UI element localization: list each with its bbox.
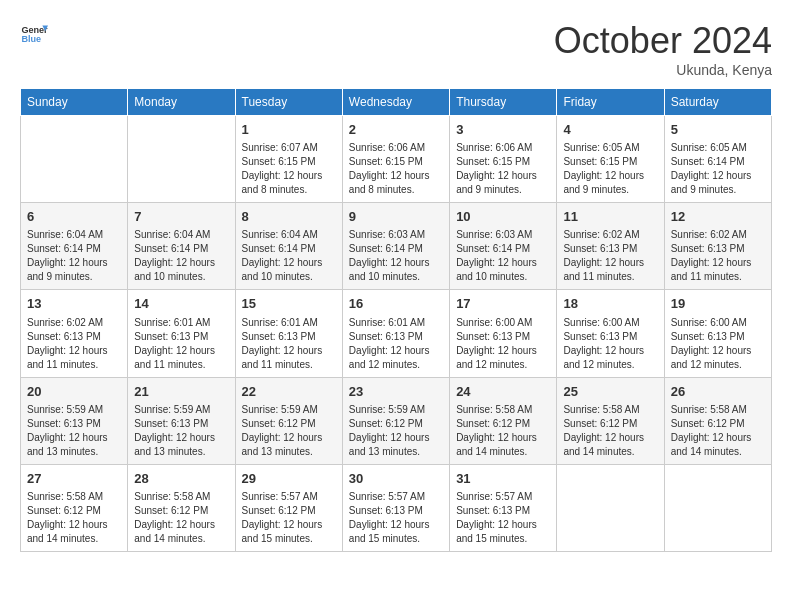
day-number: 14: [134, 295, 228, 313]
day-of-week-header: Thursday: [450, 89, 557, 116]
day-number: 31: [456, 470, 550, 488]
calendar-day-cell: 25Sunrise: 5:58 AM Sunset: 6:12 PM Dayli…: [557, 377, 664, 464]
calendar-day-cell: 18Sunrise: 6:00 AM Sunset: 6:13 PM Dayli…: [557, 290, 664, 377]
calendar-day-cell: 8Sunrise: 6:04 AM Sunset: 6:14 PM Daylig…: [235, 203, 342, 290]
calendar-header: SundayMondayTuesdayWednesdayThursdayFrid…: [21, 89, 772, 116]
day-info: Sunrise: 6:05 AM Sunset: 6:14 PM Dayligh…: [671, 141, 765, 197]
day-info: Sunrise: 6:04 AM Sunset: 6:14 PM Dayligh…: [27, 228, 121, 284]
day-number: 2: [349, 121, 443, 139]
calendar-day-cell: 13Sunrise: 6:02 AM Sunset: 6:13 PM Dayli…: [21, 290, 128, 377]
day-info: Sunrise: 5:58 AM Sunset: 6:12 PM Dayligh…: [134, 490, 228, 546]
day-number: 8: [242, 208, 336, 226]
calendar-day-cell: 30Sunrise: 5:57 AM Sunset: 6:13 PM Dayli…: [342, 464, 449, 551]
calendar-day-cell: 16Sunrise: 6:01 AM Sunset: 6:13 PM Dayli…: [342, 290, 449, 377]
day-info: Sunrise: 6:00 AM Sunset: 6:13 PM Dayligh…: [671, 316, 765, 372]
calendar-day-cell: 3Sunrise: 6:06 AM Sunset: 6:15 PM Daylig…: [450, 116, 557, 203]
calendar-day-cell: 10Sunrise: 6:03 AM Sunset: 6:14 PM Dayli…: [450, 203, 557, 290]
day-number: 13: [27, 295, 121, 313]
day-info: Sunrise: 6:02 AM Sunset: 6:13 PM Dayligh…: [27, 316, 121, 372]
day-number: 26: [671, 383, 765, 401]
calendar-day-cell: 26Sunrise: 5:58 AM Sunset: 6:12 PM Dayli…: [664, 377, 771, 464]
day-info: Sunrise: 6:07 AM Sunset: 6:15 PM Dayligh…: [242, 141, 336, 197]
day-of-week-header: Friday: [557, 89, 664, 116]
calendar-day-cell: 15Sunrise: 6:01 AM Sunset: 6:13 PM Dayli…: [235, 290, 342, 377]
day-number: 1: [242, 121, 336, 139]
logo: General Blue: [20, 20, 48, 48]
day-of-week-header: Saturday: [664, 89, 771, 116]
calendar-day-cell: 7Sunrise: 6:04 AM Sunset: 6:14 PM Daylig…: [128, 203, 235, 290]
calendar-day-cell: [557, 464, 664, 551]
day-info: Sunrise: 6:04 AM Sunset: 6:14 PM Dayligh…: [242, 228, 336, 284]
day-number: 28: [134, 470, 228, 488]
calendar-week-row: 6Sunrise: 6:04 AM Sunset: 6:14 PM Daylig…: [21, 203, 772, 290]
day-info: Sunrise: 6:03 AM Sunset: 6:14 PM Dayligh…: [456, 228, 550, 284]
calendar-day-cell: 29Sunrise: 5:57 AM Sunset: 6:12 PM Dayli…: [235, 464, 342, 551]
day-info: Sunrise: 6:02 AM Sunset: 6:13 PM Dayligh…: [671, 228, 765, 284]
day-number: 4: [563, 121, 657, 139]
calendar-day-cell: 28Sunrise: 5:58 AM Sunset: 6:12 PM Dayli…: [128, 464, 235, 551]
day-of-week-header: Wednesday: [342, 89, 449, 116]
calendar-day-cell: 31Sunrise: 5:57 AM Sunset: 6:13 PM Dayli…: [450, 464, 557, 551]
calendar-day-cell: 5Sunrise: 6:05 AM Sunset: 6:14 PM Daylig…: [664, 116, 771, 203]
calendar-body: 1Sunrise: 6:07 AM Sunset: 6:15 PM Daylig…: [21, 116, 772, 552]
calendar-week-row: 27Sunrise: 5:58 AM Sunset: 6:12 PM Dayli…: [21, 464, 772, 551]
day-number: 3: [456, 121, 550, 139]
day-number: 10: [456, 208, 550, 226]
day-info: Sunrise: 6:06 AM Sunset: 6:15 PM Dayligh…: [349, 141, 443, 197]
calendar-day-cell: 23Sunrise: 5:59 AM Sunset: 6:12 PM Dayli…: [342, 377, 449, 464]
calendar-day-cell: 21Sunrise: 5:59 AM Sunset: 6:13 PM Dayli…: [128, 377, 235, 464]
day-number: 5: [671, 121, 765, 139]
day-info: Sunrise: 5:58 AM Sunset: 6:12 PM Dayligh…: [563, 403, 657, 459]
day-number: 18: [563, 295, 657, 313]
month-title: October 2024: [554, 20, 772, 62]
day-info: Sunrise: 5:59 AM Sunset: 6:13 PM Dayligh…: [27, 403, 121, 459]
calendar-table: SundayMondayTuesdayWednesdayThursdayFrid…: [20, 88, 772, 552]
calendar-day-cell: 27Sunrise: 5:58 AM Sunset: 6:12 PM Dayli…: [21, 464, 128, 551]
calendar-week-row: 13Sunrise: 6:02 AM Sunset: 6:13 PM Dayli…: [21, 290, 772, 377]
day-number: 15: [242, 295, 336, 313]
day-info: Sunrise: 5:59 AM Sunset: 6:12 PM Dayligh…: [349, 403, 443, 459]
day-number: 20: [27, 383, 121, 401]
calendar-week-row: 1Sunrise: 6:07 AM Sunset: 6:15 PM Daylig…: [21, 116, 772, 203]
day-info: Sunrise: 5:57 AM Sunset: 6:13 PM Dayligh…: [349, 490, 443, 546]
calendar-week-row: 20Sunrise: 5:59 AM Sunset: 6:13 PM Dayli…: [21, 377, 772, 464]
day-number: 16: [349, 295, 443, 313]
day-info: Sunrise: 6:06 AM Sunset: 6:15 PM Dayligh…: [456, 141, 550, 197]
day-info: Sunrise: 6:05 AM Sunset: 6:15 PM Dayligh…: [563, 141, 657, 197]
day-number: 11: [563, 208, 657, 226]
calendar-day-cell: 14Sunrise: 6:01 AM Sunset: 6:13 PM Dayli…: [128, 290, 235, 377]
day-number: 27: [27, 470, 121, 488]
day-number: 21: [134, 383, 228, 401]
day-number: 19: [671, 295, 765, 313]
day-number: 12: [671, 208, 765, 226]
day-info: Sunrise: 6:01 AM Sunset: 6:13 PM Dayligh…: [349, 316, 443, 372]
calendar-day-cell: 4Sunrise: 6:05 AM Sunset: 6:15 PM Daylig…: [557, 116, 664, 203]
svg-text:Blue: Blue: [21, 34, 41, 44]
day-info: Sunrise: 5:58 AM Sunset: 6:12 PM Dayligh…: [456, 403, 550, 459]
calendar-day-cell: 19Sunrise: 6:00 AM Sunset: 6:13 PM Dayli…: [664, 290, 771, 377]
calendar-day-cell: 17Sunrise: 6:00 AM Sunset: 6:13 PM Dayli…: [450, 290, 557, 377]
calendar-day-cell: 9Sunrise: 6:03 AM Sunset: 6:14 PM Daylig…: [342, 203, 449, 290]
day-info: Sunrise: 6:01 AM Sunset: 6:13 PM Dayligh…: [134, 316, 228, 372]
calendar-day-cell: 12Sunrise: 6:02 AM Sunset: 6:13 PM Dayli…: [664, 203, 771, 290]
title-block: October 2024 Ukunda, Kenya: [554, 20, 772, 78]
day-info: Sunrise: 5:59 AM Sunset: 6:12 PM Dayligh…: [242, 403, 336, 459]
calendar-day-cell: 11Sunrise: 6:02 AM Sunset: 6:13 PM Dayli…: [557, 203, 664, 290]
calendar-day-cell: 2Sunrise: 6:06 AM Sunset: 6:15 PM Daylig…: [342, 116, 449, 203]
calendar-day-cell: 6Sunrise: 6:04 AM Sunset: 6:14 PM Daylig…: [21, 203, 128, 290]
calendar-day-cell: [128, 116, 235, 203]
day-number: 29: [242, 470, 336, 488]
calendar-day-cell: [664, 464, 771, 551]
day-of-week-header: Monday: [128, 89, 235, 116]
location: Ukunda, Kenya: [554, 62, 772, 78]
page-header: General Blue October 2024 Ukunda, Kenya: [20, 20, 772, 78]
day-info: Sunrise: 5:59 AM Sunset: 6:13 PM Dayligh…: [134, 403, 228, 459]
logo-icon: General Blue: [20, 20, 48, 48]
day-info: Sunrise: 5:58 AM Sunset: 6:12 PM Dayligh…: [27, 490, 121, 546]
header-row: SundayMondayTuesdayWednesdayThursdayFrid…: [21, 89, 772, 116]
day-info: Sunrise: 5:58 AM Sunset: 6:12 PM Dayligh…: [671, 403, 765, 459]
day-number: 22: [242, 383, 336, 401]
day-of-week-header: Sunday: [21, 89, 128, 116]
day-info: Sunrise: 6:01 AM Sunset: 6:13 PM Dayligh…: [242, 316, 336, 372]
day-number: 25: [563, 383, 657, 401]
